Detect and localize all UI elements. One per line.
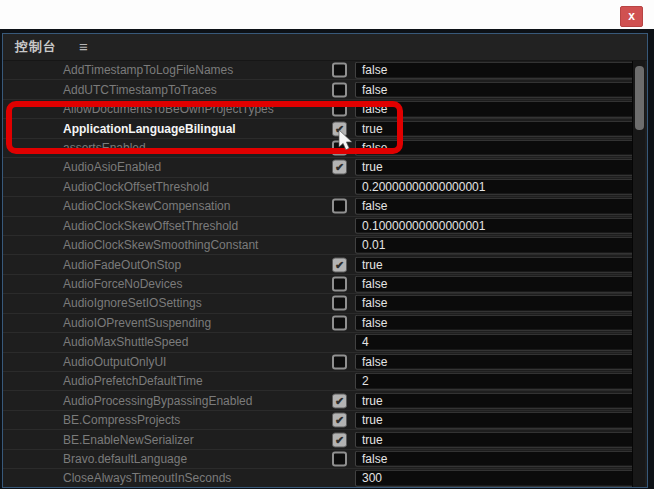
setting-value-field[interactable]: 0.01 — [355, 237, 634, 254]
setting-value-field[interactable]: false — [355, 62, 634, 79]
setting-value-field[interactable]: false — [355, 295, 634, 312]
setting-name: CloseAlwaysTimeoutInSeconds — [63, 471, 231, 485]
checkmark-icon: ✔ — [333, 161, 346, 174]
checkbox-checked[interactable]: ✔ — [332, 160, 347, 175]
window-frame: 控制台 ≡ AddTimestampToLogFileNamesfalseAdd… — [0, 29, 654, 489]
setting-name: ApplicationLanguageBilingual — [63, 122, 236, 136]
table-row[interactable]: BE.EnableNewSerializer✔true — [3, 430, 633, 449]
setting-name: BE.EnableNewSerializer — [63, 433, 194, 447]
setting-name: BE.CompressProjects — [63, 413, 180, 427]
checkbox-checked[interactable]: ✔ — [332, 257, 347, 272]
setting-name: AudioClockSkewSmoothingConstant — [63, 238, 258, 252]
setting-value-field[interactable]: 0.20000000000000001 — [355, 179, 634, 196]
table-row[interactable]: AudioIgnoreSetIOSettingsfalse — [3, 294, 633, 313]
setting-value-field[interactable]: true — [355, 392, 634, 409]
setting-value-field[interactable]: true — [355, 256, 634, 273]
setting-value-field[interactable]: false — [355, 354, 634, 371]
setting-name: AudioIgnoreSetIOSettings — [63, 296, 202, 310]
setting-name: AudioAsioEnabled — [63, 160, 161, 174]
table-row[interactable]: CloseAlwaysTimeoutInSeconds300 — [3, 469, 633, 488]
checkbox-unchecked[interactable] — [332, 102, 347, 117]
setting-value-field[interactable]: false — [355, 81, 634, 98]
checkbox-unchecked[interactable] — [332, 315, 347, 330]
checkbox-checked[interactable]: ✔ — [332, 393, 347, 408]
setting-value-field[interactable]: false — [355, 140, 634, 157]
checkmark-icon: ✔ — [333, 414, 346, 427]
table-row[interactable]: AudioOutputOnlyUIfalse — [3, 353, 633, 372]
setting-name: AddTimestampToLogFileNames — [63, 63, 233, 77]
checkbox-checked[interactable]: ✔ — [332, 413, 347, 428]
table-row[interactable]: BE.CompressProjects✔true — [3, 411, 633, 430]
tab-console[interactable]: 控制台 — [15, 38, 57, 56]
console-panel: 控制台 ≡ AddTimestampToLogFileNamesfalseAdd… — [2, 33, 648, 488]
setting-name: AudioIOPreventSuspending — [63, 316, 211, 330]
setting-name: AudioOutputOnlyUI — [63, 355, 166, 369]
window-titlebar: x — [0, 0, 654, 29]
checkbox-unchecked[interactable] — [332, 277, 347, 292]
table-row[interactable]: AudioClockSkewOffsetThreshold0.100000000… — [3, 217, 633, 236]
setting-value-field[interactable]: false — [355, 276, 634, 293]
setting-name: AllowDocumentsToBeOwnProjectTypes — [63, 102, 274, 116]
setting-name: AudioClockSkewCompensation — [63, 199, 230, 213]
checkbox-unchecked[interactable] — [332, 63, 347, 78]
setting-value-field[interactable]: true — [355, 412, 634, 429]
setting-name: AddUTCTimestampToTraces — [63, 83, 217, 97]
setting-value-field[interactable]: false — [355, 451, 634, 468]
table-row[interactable]: AddTimestampToLogFileNamesfalse — [3, 61, 633, 80]
checkbox-unchecked[interactable] — [332, 296, 347, 311]
close-button[interactable]: x — [620, 6, 643, 27]
table-row[interactable]: Bravo.defaultLanguagefalse — [3, 450, 633, 469]
checkmark-icon: ✔ — [333, 394, 346, 407]
table-row[interactable]: ApplicationLanguageBilingual✔true — [3, 119, 633, 138]
table-row[interactable]: AudioMaxShuttleSpeed4 — [3, 333, 633, 352]
setting-value-field[interactable]: 4 — [355, 334, 634, 351]
checkbox-unchecked[interactable] — [332, 82, 347, 97]
setting-name: AudioPrefetchDefaultTime — [63, 374, 203, 388]
setting-name: AudioClockOffsetThreshold — [63, 180, 209, 194]
setting-name: AudioForceNoDevices — [63, 277, 182, 291]
setting-value-field[interactable]: 300 — [355, 470, 634, 487]
setting-value-field[interactable]: 0.10000000000000001 — [355, 217, 634, 234]
panel-header: 控制台 ≡ — [3, 34, 647, 61]
table-row[interactable]: AudioForceNoDevicesfalse — [3, 275, 633, 294]
checkbox-checked[interactable]: ✔ — [332, 432, 347, 447]
setting-value-field[interactable]: true — [355, 431, 634, 448]
setting-value-field[interactable]: false — [355, 315, 634, 332]
setting-value-field[interactable]: true — [355, 159, 634, 176]
checkbox-checked[interactable]: ✔ — [332, 121, 347, 136]
checkbox-unchecked[interactable] — [332, 354, 347, 369]
table-row[interactable]: assertsEnabledfalse — [3, 139, 633, 158]
checkbox-unchecked[interactable] — [332, 199, 347, 214]
setting-value-field[interactable]: 2 — [355, 373, 634, 390]
setting-name: AudioFadeOutOnStop — [63, 258, 181, 272]
setting-name: AudioClockSkewOffsetThreshold — [63, 219, 238, 233]
scrollbar[interactable] — [632, 61, 645, 487]
table-row[interactable]: AllowDocumentsToBeOwnProjectTypesfalse — [3, 100, 633, 119]
table-row[interactable]: AudioAsioEnabled✔true — [3, 158, 633, 177]
settings-list: AddTimestampToLogFileNamesfalseAddUTCTim… — [3, 61, 633, 487]
panel-menu-icon[interactable]: ≡ — [79, 42, 88, 52]
scrollbar-thumb[interactable] — [635, 66, 644, 130]
table-row[interactable]: AudioClockOffsetThreshold0.2000000000000… — [3, 178, 633, 197]
setting-value-field[interactable]: false — [355, 198, 634, 215]
checkmark-icon: ✔ — [333, 433, 346, 446]
setting-name: assertsEnabled — [63, 141, 146, 155]
checkbox-unchecked[interactable] — [332, 140, 347, 155]
table-row[interactable]: AudioIOPreventSuspendingfalse — [3, 314, 633, 333]
setting-name: AudioProcessingBypassingEnabled — [63, 394, 252, 408]
setting-name: AudioMaxShuttleSpeed — [63, 335, 188, 349]
table-row[interactable]: AudioFadeOutOnStop✔true — [3, 255, 633, 274]
table-row[interactable]: AudioClockSkewCompensationfalse — [3, 197, 633, 216]
checkmark-icon: ✔ — [333, 258, 346, 271]
table-row[interactable]: AddUTCTimestampToTracesfalse — [3, 80, 633, 99]
table-row[interactable]: AudioProcessingBypassingEnabled✔true — [3, 391, 633, 410]
checkmark-icon: ✔ — [333, 122, 346, 135]
table-row[interactable]: AudioPrefetchDefaultTime2 — [3, 372, 633, 391]
table-row[interactable]: AudioClockSkewSmoothingConstant0.01 — [3, 236, 633, 255]
setting-name: Bravo.defaultLanguage — [63, 452, 187, 466]
setting-value-field[interactable]: false — [355, 101, 634, 118]
checkbox-unchecked[interactable] — [332, 451, 347, 466]
setting-value-field[interactable]: true — [355, 120, 634, 137]
